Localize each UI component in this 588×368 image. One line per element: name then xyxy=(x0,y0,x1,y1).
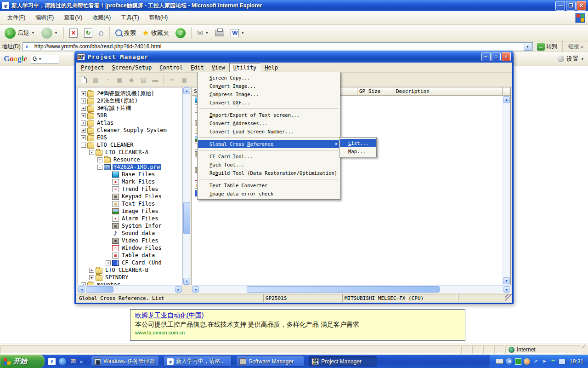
tree-item-spindry[interactable]: +SPINDRY xyxy=(78,274,182,281)
tree-item-3[interactable]: +3#宥誠下片機 xyxy=(78,104,182,112)
pm-close-button[interactable]: ✕ xyxy=(502,52,511,61)
stop-button[interactable]: ✕ xyxy=(68,28,79,39)
pm-titlebar[interactable]: GP Project Manager — ❐ ✕ xyxy=(74,51,514,63)
pm-menu-screen-setup[interactable]: Screen/Setup xyxy=(108,63,156,72)
tree-item-2[interactable]: +2#陶瓷盤清洗機(原始) xyxy=(78,90,182,97)
menu-item-import-export-of-text-screen[interactable]: Import/Export of Text screen... xyxy=(198,111,339,119)
menu-item-global-cross-reference[interactable]: Global Cross Reference▶ xyxy=(198,140,339,148)
menu-item-convert-dxf[interactable]: Convert DXF... xyxy=(198,98,339,107)
back-dropdown-caret[interactable]: ▼ xyxy=(31,31,35,35)
list-vertical-scrollbar[interactable]: ▲ ▼ xyxy=(503,96,510,285)
column-header-description[interactable]: Description xyxy=(394,87,503,96)
list-horizontal-scrollbar[interactable]: ◄ ► xyxy=(192,285,511,293)
task-button-windows[interactable]: ▣Windows 任务管理器 xyxy=(91,356,159,367)
scroll-down-button[interactable]: ▼ xyxy=(183,278,190,285)
tray-keyboard-icon[interactable] xyxy=(496,359,503,364)
task-button-item[interactable]: e新人学习中，请路... xyxy=(164,356,232,367)
menu-item-convert-image[interactable]: Convert Image... xyxy=(198,82,339,90)
expand-icon[interactable]: + xyxy=(89,268,94,273)
tree-hscroll-thumb[interactable] xyxy=(86,286,113,293)
expand-icon[interactable]: + xyxy=(81,113,86,118)
quick-launch-ie-icon[interactable]: e xyxy=(48,358,56,365)
tray-grid-icon[interactable] xyxy=(515,358,521,365)
expand-icon[interactable]: + xyxy=(97,157,102,162)
tree-item-keypad-files[interactable]: ▦Keypad Files xyxy=(78,193,182,200)
expand-icon[interactable]: + xyxy=(81,128,86,133)
tree-item-sound-data[interactable]: ♪Sound data xyxy=(78,230,182,237)
quick-launch-messenger-icon[interactable] xyxy=(59,358,66,365)
quick-launch-mail-icon[interactable]: ✉ xyxy=(69,358,77,365)
tree-item-2[interactable]: +2#洗盒機(原始) xyxy=(78,97,182,104)
refresh-button[interactable]: ↻ xyxy=(82,28,94,39)
start-button[interactable]: 开始 xyxy=(0,355,45,368)
tree-item-lto-cleaner-b[interactable]: +LTO CLEANER-B xyxy=(78,266,182,274)
address-input[interactable]: e http://www.ymmfa.com/bbs/read.php?tid-… xyxy=(23,42,533,51)
tree-vertical-scrollbar[interactable]: ▲ ▼ xyxy=(182,87,190,285)
tray-arrow-icon[interactable]: ↗ xyxy=(532,358,539,365)
omron-ad-url[interactable]: www.fa.omron.com.cn xyxy=(135,330,460,335)
submenu-item-list[interactable]: List... xyxy=(340,139,376,147)
list-hscroll-thumb[interactable] xyxy=(247,286,440,293)
print-button[interactable] xyxy=(213,29,226,37)
go-button[interactable]: → 转到 xyxy=(535,42,560,51)
collapse-icon[interactable]: - xyxy=(97,165,102,170)
edit-with-word-button[interactable]: W▼ xyxy=(229,28,246,38)
pm-menu-view[interactable]: View xyxy=(208,63,229,72)
home-button[interactable]: ⌂ xyxy=(97,27,106,39)
menu-item-rebuild-tool-data-restoration-optimization[interactable]: Rebuild Tool (Data Restoration/Optimizat… xyxy=(198,169,339,177)
google-search-input[interactable]: G ▼ xyxy=(31,55,59,63)
tree-item-window-files[interactable]: ▫Window Files xyxy=(78,244,182,252)
expand-icon[interactable]: + xyxy=(81,135,86,140)
links-button[interactable]: 链接 » xyxy=(565,43,586,51)
task-button-software-manager[interactable]: Software Manager xyxy=(236,356,304,367)
menu-item-pack-tool[interactable]: Pack Tool... xyxy=(198,161,339,169)
tree-item-atlas[interactable]: +Atlas xyxy=(78,119,182,126)
expand-icon[interactable]: + xyxy=(81,106,86,111)
column-header-gp-size[interactable]: GP Size xyxy=(357,87,394,96)
ie-minimize-button[interactable]: — xyxy=(555,1,565,11)
forward-button[interactable]: → ▼ xyxy=(40,27,60,40)
history-button[interactable]: ↺ xyxy=(174,27,187,39)
tree-item-y4262a-1ro-prw[interactable]: -Y4262A-1RO.prw xyxy=(78,163,182,171)
pm-menu-utility[interactable]: Utility xyxy=(229,63,261,72)
tree-item-mounter[interactable]: +mounter xyxy=(78,281,182,285)
omron-ad-link[interactable]: 欧姆龙工业自动化(中国) xyxy=(135,311,460,320)
ie-titlebar[interactable]: e 新人学习中，请路过的兄弟帮忙看看！|proface触摸屏 - 工控人家园论坛… xyxy=(0,0,588,11)
tree-item-base-files[interactable]: Base Files xyxy=(78,171,182,178)
ie-menu-a[interactable]: 收藏(A) xyxy=(88,13,115,22)
tree-scroll-thumb[interactable] xyxy=(183,202,190,234)
menu-item-cf-card-tool[interactable]: CF Card Tool... xyxy=(198,152,339,161)
pm-resize-grip[interactable] xyxy=(505,294,512,301)
pm-maximize-button[interactable]: ❐ xyxy=(492,52,501,61)
google-settings-button[interactable]: 设置 ▼ xyxy=(558,55,584,63)
collapse-icon[interactable]: - xyxy=(89,150,94,155)
tree-item-50b[interactable]: +50B xyxy=(78,112,182,119)
pm-menu-control[interactable]: Control xyxy=(156,63,187,72)
ie-close-button[interactable]: ✕ xyxy=(577,1,586,11)
pm-menu-project[interactable]: Project xyxy=(77,63,108,72)
tray-net-icon[interactable] xyxy=(559,359,565,364)
favorites-button[interactable]: ★ 收藏夹 xyxy=(141,27,171,39)
expand-icon[interactable]: + xyxy=(81,91,86,96)
ie-menu-f[interactable]: 文件(F) xyxy=(3,13,30,22)
tree-item-text-files[interactable]: ▤Text Files xyxy=(78,200,182,207)
tray-pointer-icon[interactable]: ➤ xyxy=(541,358,548,365)
menu-item-compress-image[interactable]: Compress Image... xyxy=(198,90,339,98)
tree-item-lto-cleaner[interactable]: -LTO CLEANER xyxy=(78,141,182,149)
tray-user-icon[interactable] xyxy=(524,358,530,365)
pm-menu-edit[interactable]: Edit xyxy=(187,63,208,72)
tree-item-mark-files[interactable]: ◆Mark Files xyxy=(78,178,182,185)
tree-item-system-infor[interactable]: ▥System Infor xyxy=(78,222,182,230)
tree-item-video-files[interactable]: ▣Video Files xyxy=(78,237,182,244)
expand-icon[interactable]: + xyxy=(89,275,94,280)
tree-item-lto-cleaner-a[interactable]: -LTO CLEANER-A xyxy=(78,149,182,156)
menu-item-convert-addresses[interactable]: Convert Addresses... xyxy=(198,119,339,127)
google-search-caret[interactable]: ▼ xyxy=(38,57,42,61)
tray-umbrella-icon[interactable]: ☂ xyxy=(550,358,556,365)
tree-item-alarm-files[interactable]: ✶Alarm Files xyxy=(78,215,182,222)
collapse-icon[interactable]: - xyxy=(81,143,86,148)
address-dropdown-button[interactable]: ▼ xyxy=(524,43,531,51)
search-button[interactable]: 搜索 xyxy=(113,28,138,38)
menu-item-image-data-error-check[interactable]: Image data error check xyxy=(198,190,339,198)
tree-item-table-data[interactable]: ▦Table data xyxy=(78,252,182,259)
